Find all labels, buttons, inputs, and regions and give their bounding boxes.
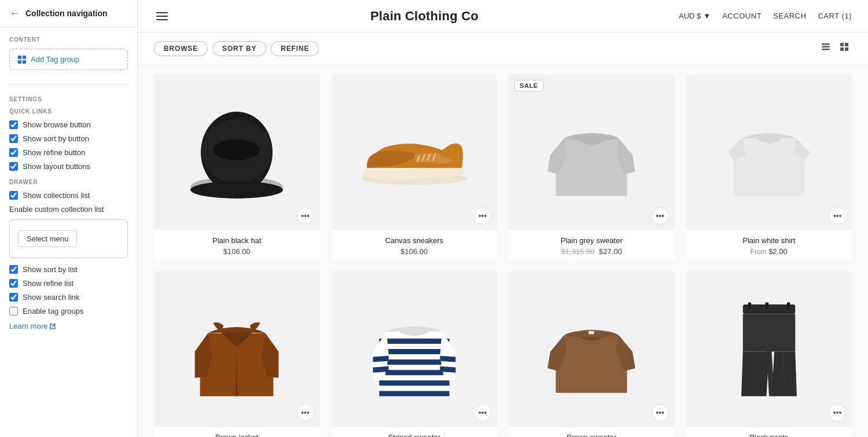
product-name-stripe-sweater: Striped sweater [334, 433, 495, 437]
product-price-white-shirt: From $2.00 [689, 247, 850, 256]
product-info-sneakers: Canvas sneakers $106.00 [332, 230, 498, 259]
product-image-brown-jacket: ••• [154, 271, 320, 427]
select-menu-area: Select menu [9, 219, 128, 258]
hat-image [185, 100, 289, 204]
svg-rect-0 [822, 43, 830, 45]
product-card-black-pants[interactable]: ••• Black pants [686, 271, 852, 437]
checkbox-row-7: Show refine list [9, 279, 128, 288]
enable-tag-groups-checkbox[interactable] [9, 307, 18, 315]
product-options-sneakers[interactable]: ••• [474, 207, 491, 225]
hamburger-menu[interactable] [154, 10, 170, 23]
show-refine-list-checkbox[interactable] [9, 279, 18, 288]
external-link-icon [49, 323, 56, 330]
product-card-sneakers[interactable]: ••• Canvas sneakers $106.00 [332, 74, 498, 259]
show-search-link-checkbox[interactable] [9, 293, 18, 302]
sort-by-button[interactable]: SORT BY [212, 41, 266, 56]
hamburger-line-1 [156, 12, 168, 13]
product-card-stripe-sweater[interactable]: ••• Striped sweater [332, 271, 498, 437]
white-shirt-image [720, 100, 818, 204]
checkbox-row-4: Show layout buttons [9, 162, 128, 171]
product-image-black-pants: ••• [686, 271, 852, 427]
product-row-1: ••• Plain black hat $106.00 [154, 74, 852, 259]
product-card-brown-sweater[interactable]: ••• Brown sweater [509, 271, 675, 437]
product-options-brown-sweater[interactable]: ••• [652, 404, 669, 421]
product-card-hat[interactable]: ••• Plain black hat $106.00 [154, 74, 320, 259]
currency-selector[interactable]: AUD $ ▼ [679, 12, 711, 20]
show-refine-list-label: Show refine list [23, 279, 73, 288]
product-image-sneakers: ••• [332, 74, 498, 230]
grid-icon [18, 56, 26, 64]
learn-more-link[interactable]: Learn more [9, 322, 56, 330]
svg-rect-5 [840, 47, 844, 51]
svg-rect-2 [822, 49, 830, 50]
product-name-hat: Plain black hat [156, 236, 318, 245]
layout-buttons [818, 39, 852, 57]
show-browse-checkbox[interactable] [9, 120, 18, 129]
currency-chevron: ▼ [703, 12, 711, 20]
show-sort-list-checkbox[interactable] [9, 265, 18, 274]
product-info-black-pants: Black pants [686, 427, 852, 437]
hamburger-line-2 [156, 16, 168, 17]
checkbox-row-1: Show browse button [9, 120, 128, 129]
svg-rect-3 [840, 43, 844, 46]
brown-jacket-image [187, 294, 286, 404]
store-name: Plain Clothing Co [370, 9, 479, 24]
svg-point-10 [214, 139, 260, 160]
product-options-hat[interactable]: ••• [297, 207, 314, 225]
product-name-brown-jacket: Brown jacket [156, 433, 318, 437]
product-options-stripe-sweater[interactable]: ••• [474, 404, 491, 421]
product-card-grey-sweater[interactable]: SALE ••• [509, 74, 675, 259]
product-options-grey-sweater[interactable]: ••• [652, 207, 669, 225]
list-layout-button[interactable] [818, 39, 833, 57]
show-layout-checkbox[interactable] [9, 162, 18, 171]
cart-link[interactable]: CART (1) [818, 12, 852, 20]
checkbox-row-5: Show collections list [9, 191, 128, 200]
product-image-brown-sweater: ••• [509, 271, 675, 427]
sidebar-title: Collection navigation [25, 9, 108, 18]
product-price-grey-sweater: $1,315.00 $27.00 [511, 247, 672, 256]
grid-icon [839, 42, 849, 52]
search-link[interactable]: SEARCH [773, 12, 806, 20]
product-name-brown-sweater: Brown sweater [511, 433, 672, 437]
refine-button[interactable]: REFINE [271, 41, 319, 56]
enable-custom-label: Enable custom collection list [9, 205, 128, 214]
svg-rect-4 [845, 43, 848, 46]
show-layout-label: Show layout buttons [23, 162, 90, 171]
product-price-hat: $106.00 [156, 247, 318, 256]
account-link[interactable]: ACCOUNT [722, 12, 762, 20]
product-image-white-shirt: ••• [686, 74, 852, 230]
product-options-brown-jacket[interactable]: ••• [297, 404, 314, 421]
product-info-white-shirt: Plain white shirt From $2.00 [686, 230, 852, 259]
product-name-black-pants: Black pants [689, 433, 850, 437]
drawer-label: DRAWER [9, 179, 128, 185]
product-info-grey-sweater: Plain grey sweater $1,315.00 $27.00 [509, 230, 675, 259]
show-collections-checkbox[interactable] [9, 191, 18, 200]
browse-buttons: BROWSE SORT BY REFINE [154, 41, 319, 56]
product-name-white-shirt: Plain white shirt [689, 236, 850, 245]
show-refine-checkbox[interactable] [9, 148, 18, 157]
product-options-white-shirt[interactable]: ••• [829, 207, 846, 225]
show-sort-checkbox[interactable] [9, 134, 18, 143]
browse-button[interactable]: BROWSE [154, 41, 208, 56]
enable-tag-groups-label: Enable tag groups [23, 307, 84, 315]
grid-layout-button[interactable] [837, 39, 852, 57]
svg-rect-17 [589, 331, 594, 335]
product-info-stripe-sweater: Striped sweater [332, 427, 498, 437]
sneaker-image [356, 115, 472, 190]
product-image-grey-sweater: SALE ••• [509, 74, 675, 230]
product-card-brown-jacket[interactable]: ••• Brown jacket [154, 271, 320, 437]
list-icon [821, 42, 831, 52]
product-info-brown-jacket: Brown jacket [154, 427, 320, 437]
stripe-sweater-image [365, 294, 464, 404]
product-options-black-pants[interactable]: ••• [829, 404, 846, 421]
brown-sweater-image [542, 297, 641, 401]
product-card-white-shirt[interactable]: ••• Plain white shirt From $2.00 [686, 74, 852, 259]
add-tag-group-button[interactable]: Add Tag group [9, 49, 128, 70]
select-menu-button[interactable]: Select menu [18, 230, 77, 247]
sidebar: ← Collection navigation CONTENT Add Tag … [0, 0, 138, 437]
checkbox-row-2: Show sort by button [9, 134, 128, 143]
svg-rect-21 [748, 302, 751, 309]
product-row-2: ••• Brown jacket [154, 271, 852, 437]
product-name-sneakers: Canvas sneakers [334, 236, 495, 245]
back-button[interactable]: ← [9, 8, 20, 19]
